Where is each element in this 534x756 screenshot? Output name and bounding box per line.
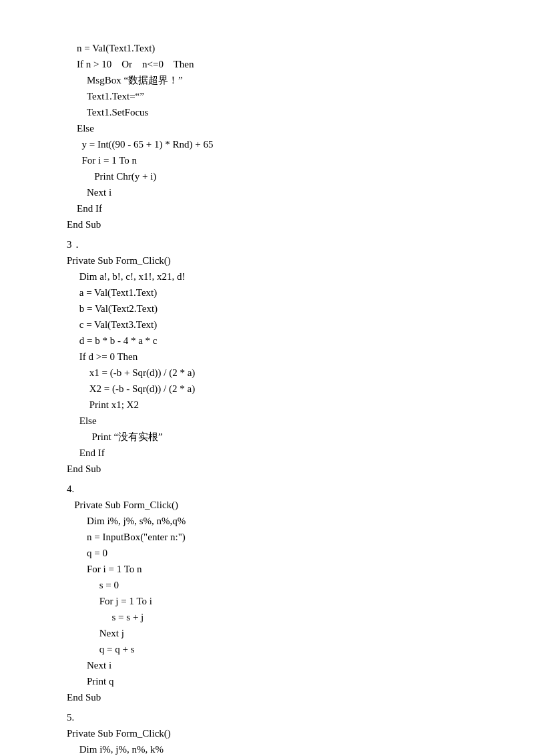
next-label: Next: [87, 187, 106, 198]
code-section-5: Private Sub Form_Click() Dim i%, j%, n%,…: [67, 725, 481, 756]
code-section-top: n = Val(Text1.Text) If n > 10 Or n<=0 Th…: [67, 40, 481, 232]
section-4-number: 4.: [67, 481, 481, 497]
section-3-number: 3．: [67, 236, 481, 252]
code-section-4: Private Sub Form_Click() Dim i%, j%, s%,…: [67, 497, 481, 705]
code-section-3: Private Sub Form_Click() Dim a!, b!, c!,…: [67, 252, 481, 477]
page-content: n = Val(Text1.Text) If n > 10 Or n<=0 Th…: [67, 40, 481, 756]
section-5-number: 5.: [67, 709, 481, 725]
